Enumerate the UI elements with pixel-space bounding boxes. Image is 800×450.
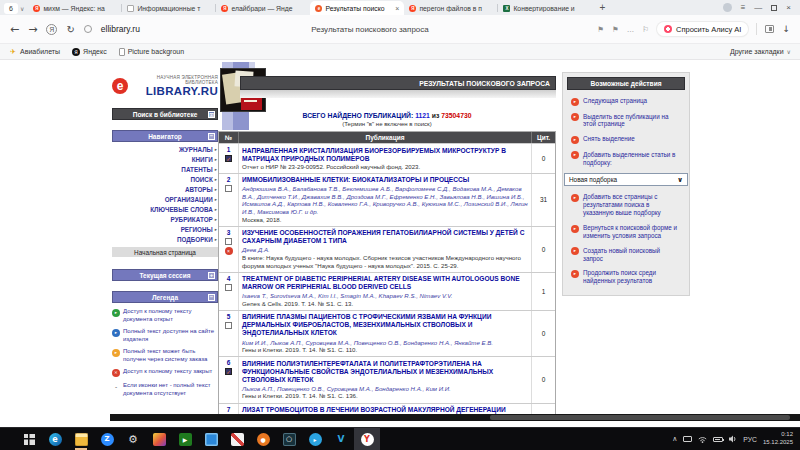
- collapse-icon[interactable]: −: [208, 294, 215, 301]
- bookmark-item[interactable]: Picture backgroun: [119, 48, 184, 56]
- taskbar-app[interactable]: e: [42, 428, 68, 450]
- access-closed-icon: ×: [225, 247, 233, 255]
- yandex-home-button[interactable]: Я: [46, 24, 57, 35]
- tab-close-icon[interactable]: ×: [395, 5, 399, 12]
- taskbar-app[interactable]: Y: [354, 428, 380, 450]
- tab-label: Информационные т: [137, 5, 211, 12]
- nav-item[interactable]: ОРГАНИЗАЦИИ ▸: [112, 194, 218, 204]
- taskbar-app[interactable]: ⚙: [120, 428, 146, 450]
- nav-item[interactable]: ЖУРНАЛЫ ▸: [112, 144, 218, 154]
- nav-item[interactable]: РУБРИКАТОР ▸: [112, 214, 218, 224]
- browser-menu-button[interactable]: ≡: [741, 3, 746, 12]
- browser-tab[interactable]: Я михм — Яндекс: на ×: [28, 1, 122, 15]
- publication-title-link[interactable]: НАПРАВЛЕННАЯ КРИСТАЛЛИЗАЦИЯ БИОРЕЗОРБИРУ…: [242, 147, 528, 163]
- site-security-icon[interactable]: [84, 25, 92, 33]
- profile-avatar[interactable]: [723, 3, 732, 12]
- taskbar-app[interactable]: ▶: [172, 428, 198, 450]
- forward-button[interactable]: →: [28, 23, 37, 36]
- browser-tab[interactable]: Информационные т ×: [122, 1, 216, 15]
- wifi-icon[interactable]: [698, 436, 707, 443]
- restore-button[interactable]: [771, 5, 777, 11]
- side-panel-icon[interactable]: [765, 25, 774, 33]
- taskbar-app[interactable]: [198, 428, 224, 450]
- tablet-mode-icon[interactable]: [683, 436, 692, 442]
- row-checkbox[interactable]: [225, 284, 232, 291]
- row-checkbox[interactable]: [225, 322, 232, 329]
- nav-item[interactable]: ПОДБОРКИ ▸: [112, 234, 218, 244]
- row-checkbox[interactable]: [225, 185, 232, 192]
- action-link[interactable]: ▸ Следующая страница: [571, 97, 681, 106]
- nav-item[interactable]: РЕГИОНЫ ▸: [112, 224, 218, 234]
- taskbar-app[interactable]: ○: [276, 428, 302, 450]
- search-in-library-header[interactable]: Поиск в библиотеке ⊞: [112, 108, 218, 120]
- collections-icon[interactable]: ⚑: [612, 25, 619, 34]
- action-link[interactable]: ▸ Выделить все публикации на этой страни…: [571, 113, 681, 129]
- taskbar-app[interactable]: [224, 428, 250, 450]
- taskbar-app[interactable]: V: [328, 428, 354, 450]
- found-total: 73504730: [441, 112, 471, 119]
- action-link[interactable]: ▸ Снять выделение: [571, 135, 681, 144]
- url-text[interactable]: ellibrary.ru: [101, 24, 140, 34]
- taskbar-app[interactable]: Z: [94, 428, 120, 450]
- publication-title-link[interactable]: ВЛИЯНИЕ ПЛАЗМЫ ПАЦИЕНТОВ С ТРОФИЧЕСКИМИ …: [242, 313, 528, 337]
- home-page-link[interactable]: Начальная страница: [112, 247, 218, 257]
- grid-icon[interactable]: ⊞: [208, 111, 215, 118]
- horizontal-scrollbar-thumb[interactable]: [490, 415, 790, 420]
- close-button[interactable]: ×: [786, 3, 791, 12]
- citation-count: 0: [531, 144, 555, 173]
- collapse-icon[interactable]: −: [208, 133, 215, 140]
- action-link[interactable]: ▸ Создать новый поисковый запрос: [571, 247, 681, 263]
- current-session-header[interactable]: Текущая сессия +: [112, 269, 218, 281]
- bookmark-item[interactable]: Я Яндекс: [72, 48, 107, 56]
- tab-counter[interactable]: 6 ∨: [4, 3, 24, 14]
- minimize-button[interactable]: —: [754, 3, 762, 12]
- row-checkbox[interactable]: ✓: [225, 155, 232, 162]
- publication-title-link[interactable]: TREATMENT OF DIABETIC PERIPHERIAL ARTERY…: [242, 275, 528, 291]
- battery-icon[interactable]: [713, 437, 723, 442]
- browser-tab[interactable]: Я елайбрари — Янде ×: [216, 1, 310, 15]
- row-checkbox[interactable]: ✓: [225, 368, 232, 375]
- other-bookmarks-button[interactable]: Другие закладки ∨: [730, 48, 791, 55]
- browser-tab[interactable]: X Конвертирование и ×: [498, 1, 592, 15]
- action-link[interactable]: ▸ Вернуться к поисковой форме и изменить…: [571, 224, 681, 240]
- nav-item[interactable]: ПОИСК ▸: [112, 174, 218, 184]
- taskbar-app[interactable]: ▸: [302, 428, 328, 450]
- chevron-up-icon[interactable]: ∧: [672, 435, 677, 443]
- row-checkbox[interactable]: [225, 238, 232, 245]
- taskbar-app[interactable]: ●: [250, 428, 276, 450]
- expand-icon[interactable]: +: [208, 272, 215, 279]
- publication-title-link[interactable]: ИММОБИЛИЗОВАННЫЕ КЛЕТКИ: БИОКАТАЛИЗАТОРЫ…: [242, 176, 528, 184]
- nav-item[interactable]: ПАТЕНТЫ ▸: [112, 164, 218, 174]
- bookmark-item[interactable]: ✈ Авиабилеты: [9, 48, 60, 56]
- elibrary-logo[interactable]: e НАУЧНАЯ ЭЛЕКТРОННАЯ БИБЛИОТЕКА LIBRARY…: [112, 70, 218, 102]
- publication-title-link[interactable]: ЛИЗАТ ТРОМБОЦИТОВ В ЛЕЧЕНИИ ВОЗРАСТНОЙ М…: [242, 406, 528, 414]
- download-icon[interactable]: ↓: [782, 24, 790, 34]
- new-tab-button[interactable]: +: [599, 2, 605, 13]
- action-link[interactable]: ▸ Продолжить поиск среди найденных резул…: [571, 269, 681, 285]
- volume-icon[interactable]: [729, 435, 737, 443]
- browser-tab[interactable]: e Результаты поиско ×: [310, 1, 404, 15]
- refresh-button[interactable]: ↻: [66, 24, 74, 35]
- taskbar-app[interactable]: [146, 428, 172, 450]
- navigator-header[interactable]: Навигатор −: [112, 130, 218, 142]
- legend-header[interactable]: Легенда −: [112, 291, 218, 303]
- language-indicator[interactable]: РУС: [743, 436, 757, 443]
- clock[interactable]: 0:12 15.12.2025: [763, 431, 793, 447]
- collection-select[interactable]: Новая подборка ∨: [564, 173, 688, 186]
- nav-item[interactable]: КНИГИ ▸: [112, 154, 218, 164]
- publication-title-link[interactable]: ИЗУЧЕНИЕ ОСОБЕННОСТЕЙ ПОРАЖЕНИЯ ГЕПАТОБИ…: [242, 229, 528, 245]
- horizontal-scrollbar-track[interactable]: [110, 414, 800, 421]
- bookmark-icon[interactable]: ⚐: [642, 25, 649, 34]
- translate-icon[interactable]: ⚑: [597, 25, 604, 34]
- nav-item[interactable]: АВТОРЫ ▸: [112, 184, 218, 194]
- action-link[interactable]: ▸ Добавить все страницы с результатами п…: [571, 193, 681, 217]
- nav-item[interactable]: КЛЮЧЕВЫЕ СЛОВА ▸: [112, 204, 218, 214]
- browser-tab[interactable]: Я перегон файлов в п ×: [404, 1, 498, 15]
- publication-title-link[interactable]: ВЛИЯНИЕ ПОЛИЭТИЛЕНТЕРЕФТАЛАТА И ПОЛИТЕТР…: [242, 360, 528, 384]
- back-button[interactable]: ←: [10, 23, 19, 36]
- taskbar-app[interactable]: [68, 428, 94, 450]
- action-link[interactable]: ▸ Добавить выделенные статьи в подборку:: [571, 151, 681, 167]
- alice-button[interactable]: Спросить Алису AI: [657, 22, 748, 36]
- more-icon[interactable]: …: [627, 25, 635, 34]
- taskbar-app[interactable]: [16, 428, 42, 450]
